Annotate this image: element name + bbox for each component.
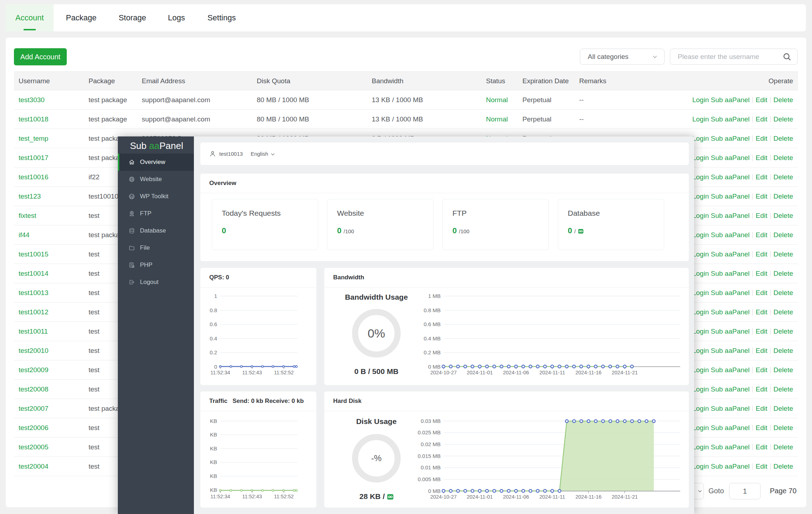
- svg-text:0.8: 0.8: [210, 307, 217, 313]
- svg-text:0.4: 0.4: [210, 335, 217, 341]
- svg-text:KB: KB: [210, 431, 217, 438]
- svg-text:KB: KB: [210, 445, 217, 451]
- svg-text:0.6: 0.6: [210, 321, 217, 327]
- svg-text:2024-11-11: 2024-11-11: [539, 370, 565, 375]
- svg-text:0.8 MB: 0.8 MB: [423, 307, 441, 313]
- svg-text:0: 0: [214, 364, 217, 370]
- svg-text:11:52:34: 11:52:34: [210, 370, 230, 375]
- svg-text:11:52:52: 11:52:52: [274, 494, 294, 499]
- svg-text:2024-11-21: 2024-11-21: [612, 370, 638, 375]
- svg-text:KB: KB: [210, 418, 217, 424]
- svg-text:2024-11-01: 2024-11-01: [467, 494, 493, 500]
- svg-text:0.005 MB: 0.005 MB: [418, 476, 441, 482]
- svg-text:2024-11-01: 2024-11-01: [467, 370, 493, 375]
- svg-text:2024-11-16: 2024-11-16: [575, 370, 601, 375]
- svg-text:0.6 MB: 0.6 MB: [423, 321, 441, 327]
- svg-text:0 MB: 0 MB: [428, 364, 441, 370]
- svg-text:1 MB: 1 MB: [428, 293, 441, 299]
- svg-text:0 MB: 0 MB: [428, 488, 441, 494]
- svg-text:0.2: 0.2: [210, 349, 217, 355]
- svg-text:2024-11-06: 2024-11-06: [503, 370, 529, 375]
- svg-text:0.2 MB: 0.2 MB: [423, 349, 441, 355]
- svg-text:0.01 MB: 0.01 MB: [421, 464, 441, 470]
- svg-text:2024-11-06: 2024-11-06: [503, 494, 529, 500]
- svg-text:0.02 MB: 0.02 MB: [421, 441, 441, 447]
- svg-text:11:52:43: 11:52:43: [242, 370, 262, 375]
- svg-text:0.4 MB: 0.4 MB: [423, 335, 441, 341]
- svg-text:2024-11-11: 2024-11-11: [539, 494, 565, 500]
- svg-text:KB: KB: [210, 473, 217, 479]
- svg-text:0.015 MB: 0.015 MB: [418, 453, 441, 459]
- svg-text:2024-11-16: 2024-11-16: [575, 494, 601, 500]
- svg-text:2024-10-27: 2024-10-27: [430, 370, 457, 375]
- svg-text:2024-10-27: 2024-10-27: [430, 494, 457, 500]
- svg-text:1: 1: [214, 293, 217, 299]
- svg-text:0.025 MB: 0.025 MB: [418, 429, 441, 435]
- svg-text:11:52:52: 11:52:52: [274, 370, 294, 375]
- svg-text:KB: KB: [210, 487, 217, 493]
- svg-text:2024-11-21: 2024-11-21: [612, 494, 638, 500]
- svg-text:KB: KB: [210, 459, 217, 465]
- svg-text:11:52:43: 11:52:43: [242, 494, 262, 499]
- svg-text:0.03 MB: 0.03 MB: [421, 418, 441, 424]
- svg-text:11:52:34: 11:52:34: [210, 494, 230, 499]
